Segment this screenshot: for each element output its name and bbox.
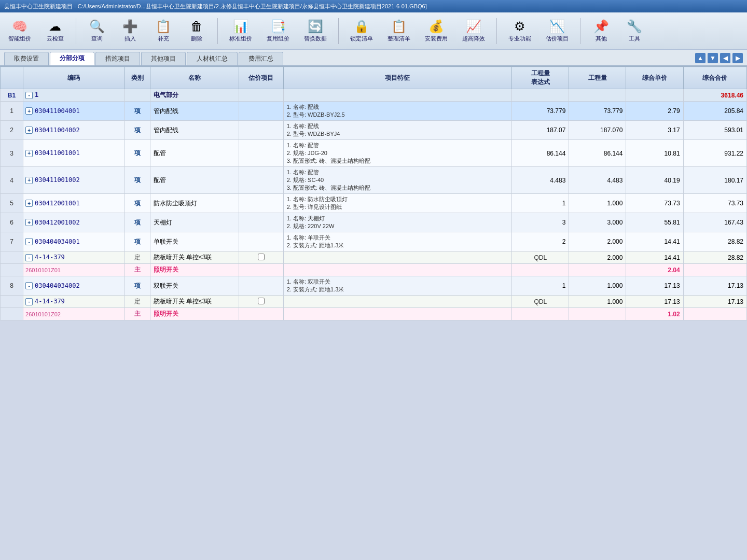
expand-button[interactable]: - [25,254,33,261]
table-row[interactable]: B1-1电气部分3618.46 [1,89,747,102]
install-fee-button[interactable]: 💰 安装费用 [422,17,451,45]
toolbar-divider-1 [76,18,76,44]
type-cell [125,89,150,102]
tab-feiyong[interactable]: 取费设置 [4,52,49,65]
tools-button[interactable]: 🔧 工具 [622,17,647,45]
tab-up-arrow[interactable]: ▲ [695,53,706,63]
workamt-cell: 2.000 [569,232,626,251]
replace-data-button[interactable]: 🔄 替换数据 [301,17,330,45]
expand-button[interactable]: + [25,150,33,157]
estimate-cell [239,102,284,121]
tab-fenbufenxiang[interactable]: 分部分项 [50,52,94,65]
table-row[interactable]: 8-030404034002项双联开关1. 名称: 双联开关 2. 安装方式: … [1,276,747,296]
type-cell: 定 [125,251,150,264]
toolbar-divider-2 [217,18,218,44]
header-totalamt: 综合合价 [683,67,746,89]
insert-button[interactable]: ➕ 插入 [118,17,143,45]
estimate-icon: 📉 [549,19,565,34]
table-row[interactable]: 3+030411001001项配管1. 名称: 配管 2. 规格: JDG-20… [1,140,747,167]
header-feature: 项目特征 [283,67,512,89]
estimate-cell[interactable] [239,296,284,308]
table-row[interactable]: 7-030404034001项单联开关1. 名称: 单联开关 2. 安装方式: … [1,232,747,251]
other-button[interactable]: 📌 其他 [589,17,614,45]
table-row[interactable]: 4+030411001002项配管1. 名称: 配管 2. 规格: SC-40 … [1,167,747,194]
copy-group-button[interactable]: 📑 复用组价 [264,17,293,45]
tab-right-arrow[interactable]: ▶ [732,53,743,63]
workexpr-cell [512,264,569,276]
super-high-button[interactable]: 📈 超高降效 [459,17,488,45]
table-row[interactable]: 26010101Z01主照明开关2.04 [1,264,747,276]
unitprice-cell: 17.13 [626,276,683,296]
estimate-cell [239,264,284,276]
tab-cuoshi[interactable]: 措施项目 [95,52,140,65]
feature-cell [283,308,512,320]
code-cell: +030411004001 [23,102,125,121]
code-cell: -030404034002 [23,276,125,296]
expand-button[interactable]: + [25,200,33,207]
estimate-button[interactable]: 📉 估价项目 [543,17,572,45]
name-cell: 照明开关 [150,308,239,320]
expand-button[interactable]: + [25,219,33,226]
estimate-cell[interactable] [239,251,284,264]
organize-icon: 📋 [391,19,407,34]
table-row[interactable]: -4-14-379定跷板暗开关 单控≤3联QDL2.00014.4128.82 [1,251,747,264]
expand-button[interactable]: + [25,177,33,184]
other-label: 其他 [596,35,607,43]
table-row[interactable]: -4-14-379定跷板暗开关 单控≤3联QDL1.00017.1317.13 [1,296,747,308]
specialty-button[interactable]: ⚙ 专业功能 [505,17,534,45]
delete-button[interactable]: 🗑 删除 [184,17,209,45]
workexpr-cell: 4.483 [512,167,569,194]
organize-label: 整理清单 [388,35,410,43]
estimate-checkbox[interactable] [258,254,265,260]
delete-icon: 🗑 [190,19,203,34]
totalamt-cell [683,308,746,320]
totalamt-cell: 73.73 [683,194,746,213]
insert-label: 插入 [125,35,136,43]
name-cell: 管内配线 [150,102,239,121]
expand-button[interactable]: - [25,92,33,99]
name-cell: 管内配线 [150,121,239,140]
unitprice-cell: 2.04 [626,264,683,276]
query-button[interactable]: 🔍 查询 [85,17,109,45]
totalamt-cell: 593.01 [683,121,746,140]
row-number: 1 [1,102,23,121]
code-cell: -4-14-379 [23,251,125,264]
std-group-button[interactable]: 📊 标准组价 [226,17,255,45]
tab-left-arrow[interactable]: ◀ [720,53,730,63]
workamt-cell: 3.000 [569,213,626,232]
tab-feiyonghuizong[interactable]: 费用汇总 [239,52,283,65]
header-type: 类别 [125,67,150,89]
replenish-button[interactable]: 📋 补充 [151,17,176,45]
workexpr-cell: 86.144 [512,140,569,167]
expand-button[interactable]: - [25,238,33,245]
table-row[interactable]: 6+030412001002项天棚灯1. 名称: 天棚灯 2. 规格: 220V… [1,213,747,232]
data-table: 编码 类别 名称 估价项目 项目特征 工程量表达式 工程量 综合单价 综合合价 … [0,66,747,320]
tab-rencaiji[interactable]: 人材机汇总 [187,52,238,65]
workexpr-cell: 73.779 [512,102,569,121]
tools-label: 工具 [629,35,640,43]
expand-button[interactable]: - [25,282,33,289]
cloud-check-button[interactable]: ☁ 云检查 [43,17,67,45]
lock-clear-button[interactable]: 🔒 锁定清单 [347,17,376,45]
table-row[interactable]: 2+030411004002项管内配线1. 名称: 配线 2. 型号: WDZB… [1,121,747,140]
workexpr-cell: 2 [512,232,569,251]
expand-button[interactable]: - [25,298,33,305]
workamt-cell: 1.000 [569,296,626,308]
organize-button[interactable]: 📋 整理清单 [384,17,413,45]
table-row[interactable]: 5+030412001001项防水防尘吸顶灯1. 名称: 防水防尘吸顶灯 2. … [1,194,747,213]
type-cell: 项 [125,167,150,194]
smart-group-button[interactable]: 🧠 智能组价 [5,17,34,45]
table-row[interactable]: 1+030411004001项管内配线1. 名称: 配线 2. 型号: WDZB… [1,102,747,121]
code-cell: -1 [23,89,125,102]
expand-button[interactable]: + [25,127,33,134]
type-cell: 定 [125,296,150,308]
tab-down-arrow[interactable]: ▼ [708,53,718,63]
estimate-checkbox[interactable] [258,298,265,304]
code-text: 030412001001 [35,200,80,207]
tab-qita[interactable]: 其他项目 [141,52,186,65]
unitprice-cell: 14.41 [626,232,683,251]
expand-button[interactable]: + [25,107,33,115]
toolbar-divider-5 [580,18,580,44]
estimate-cell [239,167,284,194]
table-row[interactable]: 26010101Z02主照明开关1.02 [1,308,747,320]
